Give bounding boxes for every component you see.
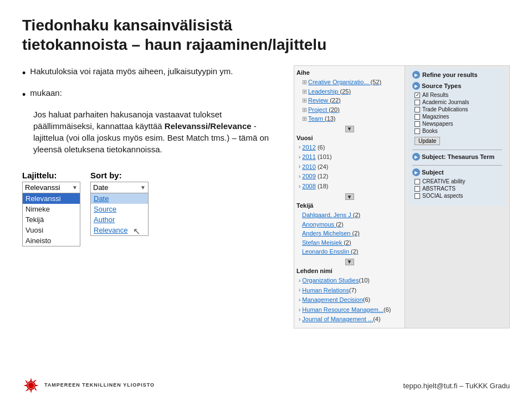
lehden-chevron-3: ›	[299, 296, 300, 305]
books-checkbox[interactable]	[415, 128, 420, 134]
sortby-header[interactable]: Date ▼	[91, 182, 148, 193]
lajittelu-header[interactable]: Relevanssi ▼	[23, 182, 80, 193]
newspapers-checkbox[interactable]	[415, 121, 420, 127]
tekija-expand-btn[interactable]: ▼	[296, 259, 402, 265]
db-aihe-item-2[interactable]: ⊞Leadership (25)	[302, 87, 402, 96]
lajittelu-dropdown[interactable]: Relevanssi ▼ Relevanssi Nimeke Tekijä Vu…	[22, 182, 80, 246]
db-vuosi-item-5[interactable]: › 2008 (18)	[299, 182, 402, 192]
subject-thesaurus-section: ▶ Subject: Thesaurus Term	[412, 153, 502, 161]
creative-label: CREATIVE ability	[422, 178, 466, 184]
lajittelu-option-nimeke[interactable]: Nimeke	[23, 204, 80, 214]
db-aihe-item-3[interactable]: ⊞Review (22)	[302, 96, 402, 105]
bullet-sub-text: Jos haluat parhaiten hakusanoja vastaava…	[33, 109, 283, 155]
lajittelu-option-relevanssi[interactable]: Relevanssi	[23, 193, 80, 204]
db-aihe-item-4[interactable]: ⊞Project (20)	[302, 105, 402, 115]
db-lehden-item-3[interactable]: › Management Decision(6)	[299, 295, 402, 305]
lehden-chevron-1: ›	[299, 276, 300, 285]
refine-item-creative: CREATIVE ability	[415, 178, 502, 184]
magazines-checkbox[interactable]	[415, 114, 420, 120]
lehden-chevron-2: ›	[299, 286, 300, 295]
slide-title: Tiedonhaku kansainvälisistä tietokannois…	[22, 16, 510, 54]
social-checkbox[interactable]	[415, 193, 420, 199]
source-types-arrow-icon: ▶	[412, 82, 420, 90]
sortby-option-author[interactable]: Author	[91, 214, 148, 225]
tekija-title: Tekijä	[296, 202, 402, 209]
lajittelu-option-aineisto[interactable]: Aineisto	[23, 235, 80, 246]
bullet-text-1: Hakutuloksia voi rajata myös aiheen, jul…	[30, 65, 233, 77]
all-results-checkbox[interactable]: ✓	[415, 92, 420, 98]
all-results-label: All Results	[422, 92, 448, 98]
db-vuosi-item-1[interactable]: › 2012 (6)	[299, 143, 402, 153]
refine-divider-2	[412, 165, 502, 166]
bullet-item-2: • mukaan:	[22, 87, 283, 102]
bullet-dot-2: •	[22, 88, 25, 102]
refine-title: Refine your results	[422, 71, 478, 78]
db-lehden-item-1[interactable]: › Organization Studies(10)	[299, 276, 402, 286]
screenshot-column: Aihe ⊞Creative Organizatio... (52) ⊞Lead…	[294, 65, 510, 372]
sortby-dropdown[interactable]: Date ▼ Date Source Author Relevance ↖	[90, 182, 149, 236]
slide-footer: TAMPEREEN TEKNILLINEN YLIOPISTO teppo.hj…	[0, 372, 532, 401]
chevron-icon-5: ›	[299, 182, 300, 191]
db-left-panel: Aihe ⊞Creative Organizatio... (52) ⊞Lead…	[294, 66, 405, 328]
sort-groups: Lajittelu: Relevanssi ▼ Relevanssi Nimek…	[22, 171, 283, 246]
aihe-expand-btn[interactable]: ▼	[296, 126, 402, 132]
refine-item-trade: Trade Publications	[415, 106, 502, 112]
source-types-section: ▶ Source Types ✓ All Results Academic Jo…	[412, 82, 502, 145]
aihe-expand-icon[interactable]: ▼	[345, 126, 354, 132]
db-aihe-item-5[interactable]: ⊞Team (13)	[302, 114, 402, 124]
sortby-option-date[interactable]: Date	[91, 193, 148, 204]
bullet-dot-1: •	[22, 66, 25, 80]
bullet-text-2: mukaan:	[30, 87, 62, 99]
aihe-title: Aihe	[296, 69, 402, 76]
sortby-current: Date	[93, 183, 108, 192]
db-tekija-item-1[interactable]: Dahlgaard, Jens J (2)	[302, 210, 402, 220]
creative-checkbox[interactable]	[415, 179, 420, 184]
update-button[interactable]: Update	[415, 137, 440, 145]
db-lehden-item-4[interactable]: › Human Resource Managem...(6)	[299, 305, 402, 315]
db-screenshot: Aihe ⊞Creative Organizatio... (52) ⊞Lead…	[294, 65, 510, 328]
db-lehden-item-5[interactable]: › Journal of Management ...(4)	[299, 315, 402, 325]
lajittelu-label: Lajittelu:	[22, 171, 80, 180]
slide-container: Tiedonhaku kansainvälisistä tietokannois…	[0, 0, 532, 401]
subject-title: Subject	[422, 169, 444, 176]
expand-icon-5: ⊞	[302, 114, 307, 124]
lajittelu-current: Relevanssi	[25, 183, 60, 192]
subject-section: ▶ Subject CREATIVE ability ABSTRACTS	[412, 168, 502, 199]
db-tekija-item-5[interactable]: Leonardo Ensslin (2)	[302, 247, 402, 256]
footer-logo: TAMPEREEN TEKNILLINEN YLIOPISTO	[22, 377, 155, 394]
refine-item-academic: Academic Journals	[415, 99, 502, 105]
vuosi-expand-btn[interactable]: ▼	[296, 193, 402, 200]
db-aihe-item-1[interactable]: ⊞Creative Organizatio... (52)	[302, 78, 402, 87]
newspapers-label: Newspapers	[422, 121, 453, 127]
db-tekija-item-2[interactable]: Anonymous (2)	[302, 220, 402, 229]
refine-panel: ▶ Refine your results ▶ Source Types ✓	[408, 68, 506, 206]
title-line1: Tiedonhaku kansainvälisistä	[22, 17, 232, 34]
lajittelu-option-tekija[interactable]: Tekijä	[23, 214, 80, 225]
subject-header: ▶ Subject	[412, 168, 502, 176]
refine-divider-1	[412, 150, 502, 150]
db-tekija-item-3[interactable]: Anders Michelsen (2)	[302, 229, 402, 238]
lehden-chevron-4: ›	[299, 306, 300, 315]
slide-body: • Hakutuloksia voi rajata myös aiheen, j…	[0, 60, 532, 372]
lajittelu-option-vuosi[interactable]: Vuosi	[23, 225, 80, 235]
svg-point-2	[29, 384, 33, 387]
refine-item-newspapers: Newspapers	[415, 121, 502, 127]
db-vuosi-item-3[interactable]: › 2010 (24)	[299, 162, 402, 172]
refine-item-social: SOCIAL aspects	[415, 193, 502, 199]
db-vuosi-item-4[interactable]: › 2009 (12)	[299, 172, 402, 182]
db-vuosi-item-2[interactable]: › 2011 (101)	[299, 152, 402, 162]
lajittelu-list: Relevanssi Nimeke Tekijä Vuosi Aineisto	[23, 193, 80, 246]
tekija-expand-icon[interactable]: ▼	[345, 259, 354, 265]
sortby-list: Date Source Author Relevance ↖	[91, 193, 148, 235]
lehden-chevron-5: ›	[299, 315, 300, 324]
academic-checkbox[interactable]	[415, 100, 420, 105]
db-lehden-item-2[interactable]: › Human Relations(7)	[299, 286, 402, 296]
sortby-option-relevance[interactable]: Relevance ↖	[91, 225, 148, 235]
trade-checkbox[interactable]	[415, 107, 420, 112]
sortby-option-source[interactable]: Source	[91, 204, 148, 214]
refine-header: ▶ Refine your results	[412, 71, 502, 79]
vuosi-expand-icon[interactable]: ▼	[345, 193, 354, 200]
relevance-bold: Relevanssi/Relevance	[165, 121, 252, 131]
db-tekija-item-4[interactable]: Stefan Meisiek (2)	[302, 238, 402, 248]
abstracts-checkbox[interactable]	[415, 186, 420, 192]
